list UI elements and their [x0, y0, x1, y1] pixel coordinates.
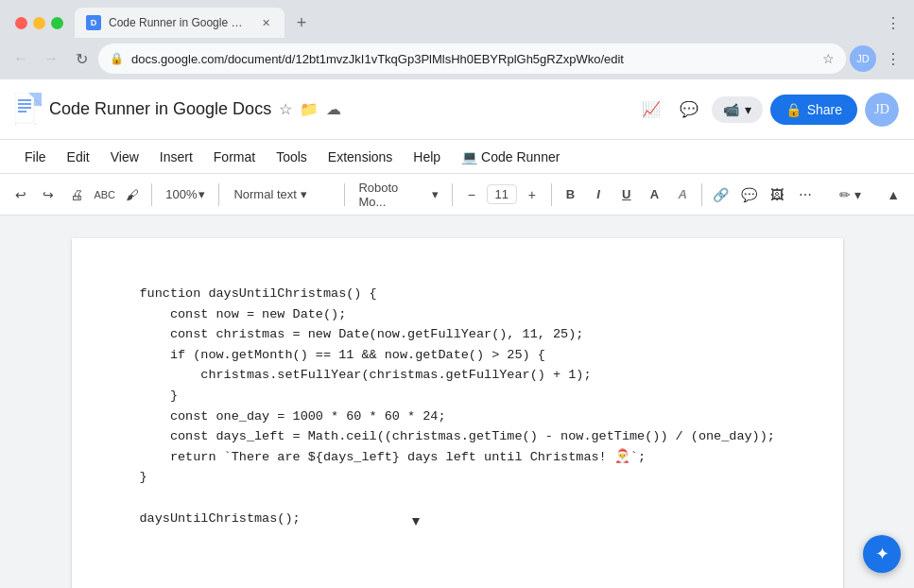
- comment-button[interactable]: 💬: [736, 182, 763, 208]
- tab-close-button[interactable]: ✕: [258, 15, 273, 30]
- folder-icon[interactable]: 📁: [300, 100, 319, 118]
- menu-extensions[interactable]: Extensions: [319, 146, 402, 168]
- doc-title-area: Code Runner in Google Docs ☆ 📁 ☁: [49, 99, 629, 119]
- ai-assistant-fab[interactable]: ✦: [863, 535, 901, 573]
- undo-button[interactable]: ↩: [8, 182, 34, 208]
- menu-insert[interactable]: Insert: [150, 146, 202, 168]
- menu-file[interactable]: File: [15, 146, 56, 168]
- font-size-input[interactable]: [487, 184, 517, 204]
- browser-more-button[interactable]: ⋮: [880, 9, 906, 36]
- style-value: Normal text: [233, 187, 296, 201]
- doc-title[interactable]: Code Runner in Google Docs: [49, 99, 271, 119]
- browser-menu-button[interactable]: ⋮: [880, 45, 906, 72]
- divider-6: [701, 183, 702, 206]
- font-size-increase-button[interactable]: +: [519, 182, 545, 208]
- bookmark-icon[interactable]: ☆: [822, 51, 835, 66]
- edit-mode-button[interactable]: ✏ ▾: [821, 182, 878, 208]
- doc-content[interactable]: function daysUntilChristmas() { const no…: [0, 216, 914, 588]
- redo-button[interactable]: ↪: [36, 182, 62, 208]
- menu-code-runner[interactable]: 💻 Code Runner: [452, 146, 569, 168]
- menu-tools[interactable]: Tools: [267, 146, 317, 168]
- font-size-area: − +: [458, 182, 545, 208]
- cloud-icon[interactable]: ☁: [326, 100, 341, 118]
- zoom-value: 100%: [165, 187, 197, 201]
- toolbar: ↩ ↪ 🖨 ABC 🖌 100% ▾ Normal text ▾ Roboto …: [0, 174, 914, 216]
- style-dropdown[interactable]: Normal text ▾: [225, 182, 338, 206]
- italic-button[interactable]: I: [585, 182, 612, 208]
- link-button[interactable]: 🔗: [708, 182, 734, 208]
- code-runner-icon: 💻: [461, 149, 477, 164]
- meet-button[interactable]: 📹 ▾: [712, 96, 763, 123]
- minimize-button[interactable]: [33, 17, 45, 29]
- divider-2: [218, 183, 219, 206]
- bold-button[interactable]: B: [558, 182, 584, 208]
- docs-logo[interactable]: [15, 93, 42, 127]
- font-size-decrease-button[interactable]: −: [458, 182, 485, 208]
- lock-icon: 🔒: [110, 52, 124, 65]
- header-actions: 📈 💬 📹 ▾ 🔒 Share: [636, 93, 899, 127]
- star-icon[interactable]: ☆: [279, 100, 292, 118]
- profile-icon[interactable]: JD: [850, 45, 876, 72]
- url-text: docs.google.com/document/d/12bt1mvzJkI1v…: [131, 52, 815, 66]
- zoom-dropdown[interactable]: 100% ▾: [158, 183, 213, 205]
- back-button[interactable]: ←: [8, 45, 34, 72]
- close-button[interactable]: [15, 17, 27, 29]
- fab-icon: ✦: [875, 544, 889, 564]
- avatar[interactable]: [865, 93, 899, 127]
- address-bar[interactable]: 🔒 docs.google.com/document/d/12bt1mvzJkI…: [98, 43, 846, 74]
- meet-icon: 📹: [723, 102, 739, 117]
- spell-check-button[interactable]: ABC: [92, 182, 118, 208]
- print-button[interactable]: 🖨: [63, 182, 90, 208]
- address-bar-row: ← → ↻ 🔒 docs.google.com/document/d/12bt1…: [0, 38, 914, 79]
- divider-3: [344, 183, 345, 206]
- pencil-icon: ✏: [839, 187, 851, 202]
- doc-page: function daysUntilChristmas() { const no…: [72, 238, 843, 588]
- share-lock-icon: 🔒: [785, 102, 802, 117]
- docs-app: Code Runner in Google Docs ☆ 📁 ☁ 📈 💬 📹 ▾…: [0, 79, 914, 588]
- divider-5: [551, 183, 552, 206]
- browser-chrome: D Code Runner in Google Docs - ✕ + ⋮ ← →…: [0, 0, 914, 79]
- analytics-button[interactable]: 📈: [636, 95, 666, 125]
- window-controls: [8, 17, 71, 29]
- app-header: Code Runner in Google Docs ☆ 📁 ☁ 📈 💬 📹 ▾…: [0, 79, 914, 140]
- collapse-toolbar-button[interactable]: ▲: [880, 182, 906, 208]
- forward-button[interactable]: →: [38, 45, 64, 72]
- code-runner-label: Code Runner: [481, 149, 560, 164]
- menu-help[interactable]: Help: [404, 146, 450, 168]
- meet-chevron: ▾: [745, 102, 751, 117]
- more-options-button[interactable]: ⋯: [792, 182, 819, 208]
- font-chevron: ▾: [432, 187, 439, 201]
- share-label: Share: [807, 102, 842, 117]
- edit-mode-chevron: ▾: [854, 187, 861, 202]
- menu-edit[interactable]: Edit: [58, 146, 99, 168]
- underline-button[interactable]: U: [613, 182, 640, 208]
- highlight-button[interactable]: A: [669, 182, 696, 208]
- maximize-button[interactable]: [51, 17, 63, 29]
- divider-4: [452, 183, 453, 206]
- paint-format-button[interactable]: 🖌: [120, 182, 147, 208]
- refresh-button[interactable]: ↻: [68, 45, 95, 72]
- active-tab[interactable]: D Code Runner in Google Docs - ✕: [75, 8, 285, 38]
- tab-title: Code Runner in Google Docs -: [109, 16, 250, 29]
- font-value: Roboto Mo...: [358, 181, 427, 209]
- style-chevron: ▾: [301, 187, 307, 201]
- divider-1: [151, 183, 152, 206]
- menu-view[interactable]: View: [101, 146, 148, 168]
- image-button[interactable]: 🖼: [764, 182, 790, 208]
- comment-history-button[interactable]: 💬: [674, 95, 704, 125]
- menu-format[interactable]: Format: [204, 146, 265, 168]
- zoom-chevron: ▾: [198, 187, 205, 201]
- text-color-button[interactable]: A: [642, 182, 668, 208]
- code-block[interactable]: function daysUntilChristmas() { const no…: [140, 284, 775, 528]
- new-tab-button[interactable]: +: [288, 9, 315, 36]
- menu-bar: File Edit View Insert Format Tools Exten…: [0, 140, 914, 174]
- font-dropdown[interactable]: Roboto Mo... ▾: [351, 177, 445, 213]
- share-button[interactable]: 🔒 Share: [770, 95, 857, 125]
